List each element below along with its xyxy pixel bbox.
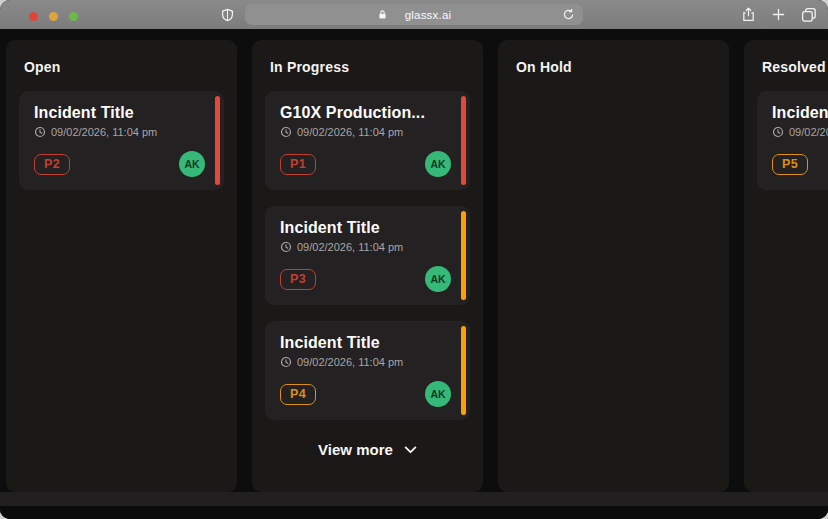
incident-title: Incident Title: [772, 104, 828, 122]
priority-badge: P4: [280, 384, 316, 405]
incident-card[interactable]: Incident Title 09/02/2026, 11:04 pm P2 A…: [19, 91, 224, 190]
column-title: On Hold: [516, 59, 716, 75]
minimize-window-button[interactable]: [49, 12, 58, 21]
timestamp-text: 09/02/2026, 11:04 pm: [297, 126, 403, 138]
incident-card[interactable]: G10X Production... 09/02/2026, 11:04 pm …: [265, 91, 470, 190]
view-more-button[interactable]: View more: [265, 441, 470, 458]
close-window-button[interactable]: [29, 12, 38, 21]
timestamp-text: 09/02/2026, 11:04 pm: [51, 126, 157, 138]
card-footer: P4 AK: [280, 381, 454, 407]
browser-window: glassx.ai Open Incident Title 09/02/2026: [0, 0, 828, 519]
timestamp-text: 09/02/2026, 11:04 pm: [789, 126, 828, 138]
incident-title: Incident Title: [280, 219, 454, 237]
zoom-window-button[interactable]: [69, 12, 78, 21]
priority-badge: P5: [772, 154, 808, 175]
kanban-board: Open Incident Title 09/02/2026, 11:04 pm…: [0, 29, 828, 519]
priority-stripe: [461, 211, 466, 300]
column-title: Open: [24, 59, 224, 75]
view-more-label: View more: [318, 441, 393, 458]
url-text: glassx.ai: [405, 9, 452, 21]
board-columns: Open Incident Title 09/02/2026, 11:04 pm…: [0, 29, 828, 492]
browser-toolbar: glassx.ai: [0, 0, 828, 29]
timestamp-text: 09/02/2026, 11:04 pm: [297, 356, 403, 368]
incident-timestamp: 09/02/2026, 11:04 pm: [772, 126, 828, 138]
assignee-avatar: AK: [425, 266, 451, 292]
assignee-avatar: AK: [425, 151, 451, 177]
incident-card[interactable]: Incident Title 09/02/2026, 11:04 pm P3 A…: [265, 206, 470, 305]
share-icon[interactable]: [740, 6, 757, 23]
incident-title: Incident Title: [280, 334, 454, 352]
incident-title: G10X Production...: [280, 104, 454, 122]
assignee-avatar: AK: [179, 151, 205, 177]
clock-icon: [280, 241, 292, 253]
column-resolved: Resolved Incident Title 09/02/2026, 11:0…: [744, 40, 828, 492]
window-bottom-edge: [0, 506, 828, 519]
column-title: In Progress: [270, 59, 470, 75]
incident-timestamp: 09/02/2026, 11:04 pm: [34, 126, 208, 138]
tab-overview-icon[interactable]: [800, 6, 817, 23]
privacy-shield-icon[interactable]: [219, 7, 235, 23]
clock-icon: [772, 126, 784, 138]
new-tab-icon[interactable]: [770, 6, 787, 23]
card-footer: P1 AK: [280, 151, 454, 177]
column-in-progress: In Progress G10X Production... 09/02/202…: [252, 40, 483, 492]
priority-stripe: [215, 96, 220, 185]
toolbar-right-buttons: [740, 0, 817, 29]
clock-icon: [280, 356, 292, 368]
priority-badge: P1: [280, 154, 316, 175]
priority-stripe: [461, 96, 466, 185]
column-open: Open Incident Title 09/02/2026, 11:04 pm…: [6, 40, 237, 492]
priority-badge: P3: [280, 269, 316, 290]
incident-card[interactable]: Incident Title 09/02/2026, 11:04 pm P4 A…: [265, 321, 470, 420]
reload-icon[interactable]: [561, 7, 576, 22]
lock-icon: [377, 9, 388, 20]
priority-badge: P2: [34, 154, 70, 175]
column-on-hold: On Hold: [498, 40, 729, 492]
incident-timestamp: 09/02/2026, 11:04 pm: [280, 356, 454, 368]
window-controls: [29, 12, 78, 21]
clock-icon: [280, 126, 292, 138]
timestamp-text: 09/02/2026, 11:04 pm: [297, 241, 403, 253]
priority-stripe: [461, 326, 466, 415]
chevron-down-icon: [404, 446, 417, 454]
clock-icon: [34, 126, 46, 138]
incident-title: Incident Title: [34, 104, 208, 122]
board-footer-strip: [0, 492, 828, 506]
assignee-avatar: AK: [425, 381, 451, 407]
card-footer: P3 AK: [280, 266, 454, 292]
address-bar[interactable]: glassx.ai: [245, 4, 583, 25]
incident-card[interactable]: Incident Title 09/02/2026, 11:04 pm P5 A…: [757, 91, 828, 190]
card-footer: P5 AK: [772, 151, 828, 177]
incident-timestamp: 09/02/2026, 11:04 pm: [280, 126, 454, 138]
incident-timestamp: 09/02/2026, 11:04 pm: [280, 241, 454, 253]
card-footer: P2 AK: [34, 151, 208, 177]
column-title: Resolved: [762, 59, 828, 75]
